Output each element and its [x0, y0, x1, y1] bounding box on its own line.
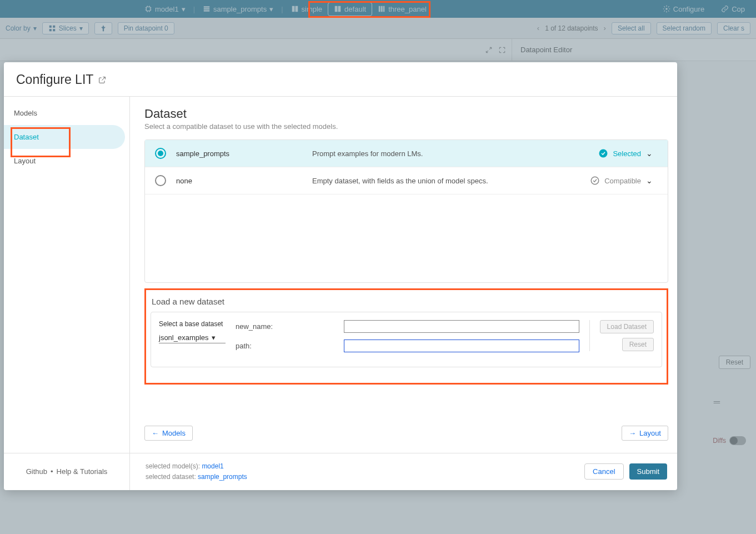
modal-sidebar: Models Dataset Layout [4, 97, 130, 453]
arrow-right-icon: → [629, 429, 636, 437]
dataset-row[interactable]: sample_prompts Prompt examples for moder… [145, 140, 668, 167]
help-link[interactable]: Help & Tutorials [57, 467, 108, 476]
selected-model-link[interactable]: model1 [202, 462, 223, 470]
selection-info: selected model(s): model1 selected datas… [146, 461, 247, 482]
path-input[interactable] [344, 340, 579, 352]
forward-btn[interactable]: → Layout [622, 426, 668, 441]
arrow-left-icon: ← [152, 429, 159, 437]
radio-icon[interactable] [155, 175, 166, 186]
sidebar-item-layout[interactable]: Layout [4, 149, 129, 173]
modal-title: Configure LIT [16, 72, 665, 87]
dataset-status: Compatible [590, 176, 641, 186]
radio-icon[interactable] [155, 148, 166, 159]
dataset-list: sample_prompts Prompt examples for moder… [144, 139, 668, 283]
new-name-input[interactable] [344, 320, 579, 333]
load-dataset-section: Load a new dataset Select a base dataset… [144, 288, 668, 385]
nav-buttons: ← Models → Layout [144, 421, 668, 447]
dataset-name: sample_prompts [176, 149, 312, 158]
modal-main: Dataset Select a compatible dataset to u… [130, 97, 677, 453]
modal-footer: Github • Help & Tutorials selected model… [4, 453, 677, 490]
dataset-desc: Empty dataset, with fields as the union … [312, 177, 590, 185]
section-subtitle: Select a compatible dataset to use with … [144, 122, 668, 131]
selected-dataset-link[interactable]: sample_prompts [198, 473, 247, 481]
configure-modal: Configure LIT Models Dataset Layout Data… [4, 62, 677, 490]
dataset-status: Selected [598, 148, 641, 158]
svg-point-15 [599, 149, 608, 158]
dataset-desc: Prompt examples for modern LMs. [312, 149, 598, 158]
external-link-icon[interactable] [98, 76, 107, 84]
load-section-title: Load a new dataset [152, 297, 662, 306]
reset-dataset-btn[interactable]: Reset [622, 338, 654, 351]
back-btn[interactable]: ← Models [144, 426, 193, 441]
dataset-row[interactable]: none Empty dataset, with fields as the u… [145, 167, 668, 194]
dataset-name: none [176, 177, 312, 185]
load-dataset-btn[interactable]: Load Dataset [600, 320, 654, 333]
sidebar-item-models[interactable]: Models [4, 101, 129, 125]
chevron-down-icon[interactable]: ⌄ [641, 176, 658, 185]
check-circle-icon [598, 148, 608, 158]
check-circle-outline-icon [590, 176, 600, 186]
caret-down-icon: ▾ [212, 333, 216, 342]
new-name-label: new_name: [236, 322, 344, 331]
path-label: path: [236, 342, 344, 350]
base-dataset-select[interactable]: jsonl_examples ▾ [159, 332, 226, 343]
base-dataset-label: Select a base dataset [159, 320, 226, 328]
github-link[interactable]: Github [26, 467, 47, 476]
submit-button[interactable]: Submit [629, 463, 667, 480]
cancel-button[interactable]: Cancel [584, 463, 623, 480]
load-box: Select a base dataset jsonl_examples ▾ n… [151, 312, 662, 367]
modal-header: Configure LIT [4, 62, 677, 96]
sidebar-item-dataset[interactable]: Dataset [4, 125, 125, 149]
section-title: Dataset [144, 107, 668, 121]
svg-point-16 [591, 177, 599, 184]
chevron-down-icon[interactable]: ⌄ [641, 149, 658, 158]
